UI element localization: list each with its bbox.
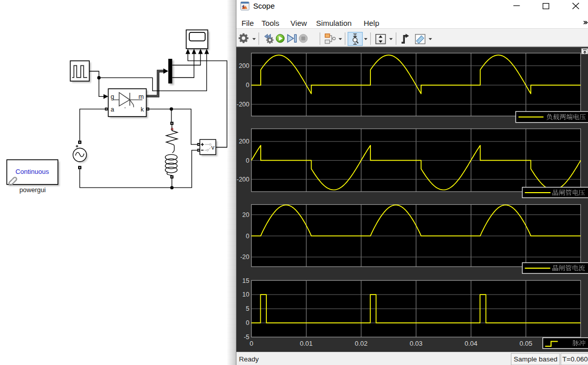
- svg-text:g: g: [111, 93, 114, 100]
- svg-text:0: 0: [246, 319, 250, 326]
- svg-text:0.02: 0.02: [355, 340, 367, 347]
- svg-text:T=0.060: T=0.060: [563, 355, 588, 363]
- svg-text:-5: -5: [244, 334, 249, 341]
- svg-text:-200: -200: [236, 176, 249, 183]
- svg-text:200: 200: [239, 62, 250, 69]
- svg-text:Scope: Scope: [253, 2, 275, 10]
- svg-text:0.04: 0.04: [465, 340, 477, 347]
- svg-text:k: k: [141, 106, 144, 113]
- svg-text:20: 20: [243, 211, 250, 218]
- svg-text:powergui: powergui: [19, 186, 46, 194]
- svg-text:v: v: [212, 144, 215, 151]
- svg-text:a: a: [111, 106, 114, 113]
- svg-text:File: File: [241, 19, 254, 27]
- svg-text:Simulation: Simulation: [316, 19, 352, 27]
- svg-text:0.01: 0.01: [300, 340, 313, 347]
- svg-text:-20: -20: [240, 253, 249, 261]
- svg-text:m: m: [139, 93, 144, 100]
- svg-text:Continuous: Continuous: [16, 168, 49, 175]
- svg-text:Sample based: Sample based: [514, 355, 558, 363]
- svg-text:Ready: Ready: [239, 355, 259, 363]
- svg-text:200: 200: [239, 138, 250, 145]
- svg-text:View: View: [291, 19, 307, 27]
- svg-text:0: 0: [246, 82, 250, 89]
- svg-text:10: 10: [243, 291, 250, 298]
- svg-text:0: 0: [250, 340, 253, 347]
- svg-text:Help: Help: [364, 19, 379, 27]
- svg-text:15: 15: [243, 277, 250, 284]
- svg-text:0.03: 0.03: [409, 340, 422, 347]
- svg-text:-200: -200: [236, 101, 249, 108]
- svg-text:0.05: 0.05: [520, 340, 532, 347]
- svg-text:Tools: Tools: [262, 19, 280, 27]
- svg-text:5: 5: [246, 305, 250, 312]
- svg-text:0: 0: [246, 157, 250, 164]
- svg-text:0: 0: [246, 233, 250, 240]
